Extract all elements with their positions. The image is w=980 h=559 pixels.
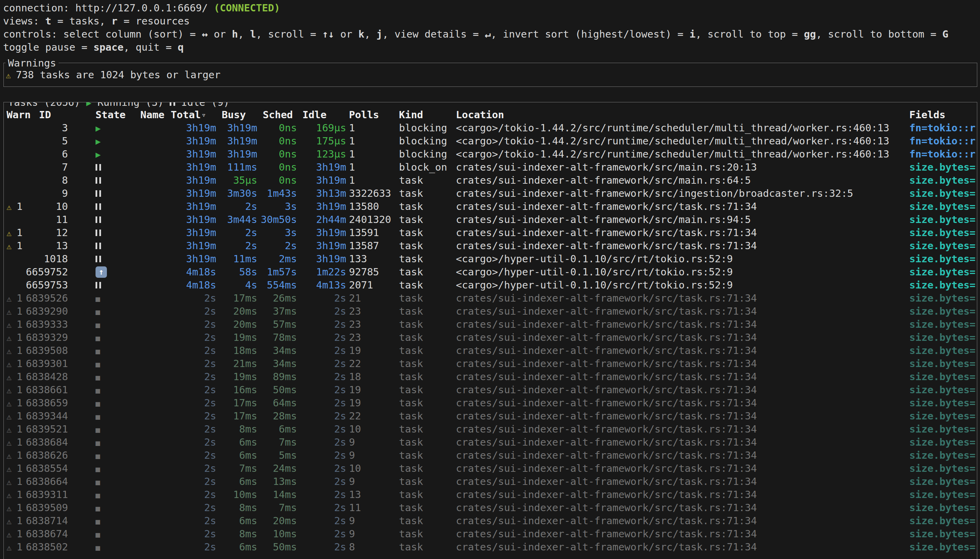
cell-fields: size.bytes= — [909, 344, 977, 357]
stopped-icon: ■ — [96, 452, 100, 460]
cell-state — [69, 252, 127, 265]
cell-id: 6839329 — [26, 331, 69, 344]
cell-id: 6659752 — [26, 265, 69, 278]
column-header-warn[interactable]: Warn — [6, 108, 26, 122]
column-header-idle[interactable]: Idle — [300, 108, 349, 122]
table-row[interactable]: 93h19m3m30s1m43s3h13m3322633taskcrates/s… — [6, 187, 977, 200]
cell-total: 4m18s — [168, 278, 219, 291]
table-row[interactable]: ⚠ 16838428■2s19ms89ms2s18taskcrates/sui-… — [6, 370, 977, 383]
table-row[interactable]: ⚠ 16839508■2s18ms34ms2s19taskcrates/sui-… — [6, 344, 977, 357]
table-row[interactable]: ⚠ 16839329■2s19ms78ms2s23taskcrates/sui-… — [6, 331, 977, 344]
table-row[interactable]: ⚠ 16838502■2s6ms50ms2s8taskcrates/sui-in… — [6, 541, 977, 554]
column-header-id[interactable]: ID — [26, 108, 69, 122]
cell-polls: 22 — [349, 357, 399, 370]
cell-warn: ⚠ 1 — [6, 383, 26, 396]
cell-kind: task — [399, 475, 456, 488]
cell-busy: 20ms — [219, 305, 260, 318]
cell-location: crates/sui-indexer-alt-framework/src/tas… — [456, 423, 909, 436]
table-row[interactable]: 3▶3h19m3h19m0ns169µs1blocking<cargo>/tok… — [6, 121, 977, 134]
cell-name — [127, 449, 168, 462]
column-header-location[interactable]: Location — [456, 108, 909, 122]
cell-warn: ⚠ 1 — [6, 475, 26, 488]
table-row[interactable]: ⚠ 16838626■2s6ms5ms2s9taskcrates/sui-ind… — [6, 449, 977, 462]
cell-fields: size.bytes= — [909, 160, 977, 174]
table-row[interactable]: ⚠ 16838659■2s17ms64ms2s19taskcrates/sui-… — [6, 396, 977, 409]
cell-polls: 8 — [349, 541, 399, 554]
cell-id: 6839521 — [26, 423, 69, 436]
table-row[interactable]: ⚠ 16839333■2s20ms57ms2s23taskcrates/sui-… — [6, 318, 977, 331]
cell-id: 6838674 — [26, 527, 69, 541]
cell-sched: 57ms — [260, 318, 300, 331]
cell-id: 6839344 — [26, 409, 69, 423]
table-row[interactable]: ⚠ 16839521■2s8ms6ms2s10taskcrates/sui-in… — [6, 423, 977, 436]
cell-state: ■ — [69, 436, 127, 449]
table-row[interactable]: ⚠ 16839344■2s17ms28ms2s22taskcrates/sui-… — [6, 409, 977, 423]
controls-line: controls: select column (sort) = ↔ or h,… — [3, 28, 980, 41]
column-header-fields[interactable]: Fields — [909, 108, 977, 122]
column-header-sched[interactable]: Sched — [260, 108, 300, 122]
cell-state — [69, 174, 127, 187]
column-header-busy[interactable]: Busy — [219, 108, 260, 122]
table-row[interactable]: ⚠ 16839301■2s21ms34ms2s22taskcrates/sui-… — [6, 357, 977, 370]
cell-total: 2s — [168, 357, 219, 370]
cell-busy: 17ms — [219, 409, 260, 423]
column-header-total[interactable]: Total▿ — [168, 108, 219, 122]
cell-idle: 2s — [300, 344, 349, 357]
cell-name — [127, 383, 168, 396]
table-row[interactable]: ⚠ 1133h19m2s2s3h19m13587taskcrates/sui-i… — [6, 239, 977, 252]
cell-id: 6838554 — [26, 462, 69, 475]
table-row[interactable]: ⚠ 16839526■2s17ms26ms2s21taskcrates/sui-… — [6, 291, 977, 305]
cell-kind: task — [399, 318, 456, 331]
cell-fields: size.bytes= — [909, 265, 977, 278]
column-header-name[interactable]: Name — [127, 108, 168, 122]
cell-warn — [6, 121, 26, 134]
cell-busy: 17ms — [219, 291, 260, 305]
column-header-kind[interactable]: Kind — [399, 108, 456, 122]
cell-warn: ⚠ 1 — [6, 409, 26, 423]
column-header-polls[interactable]: Polls — [349, 108, 399, 122]
text-segment: , — [238, 28, 250, 40]
table-row[interactable]: ⚠ 16838554■2s7ms24ms2s10taskcrates/sui-i… — [6, 462, 977, 475]
cell-state: ■ — [69, 501, 127, 514]
table-row[interactable]: ⚠ 16839509■2s8ms7ms2s11taskcrates/sui-in… — [6, 501, 977, 514]
cell-polls: 9 — [349, 449, 399, 462]
cell-sched: 64ms — [260, 396, 300, 409]
cell-warn: ⚠ 1 — [6, 541, 26, 554]
cell-state — [69, 200, 127, 213]
cell-warn: ⚠ 1 — [6, 501, 26, 514]
table-row[interactable]: ⚠ 16838674■2s8ms10ms2s9taskcrates/sui-in… — [6, 527, 977, 541]
cell-warn: ⚠ 1 — [6, 423, 26, 436]
column-header-state[interactable]: State — [69, 108, 127, 122]
cell-kind: task — [399, 291, 456, 305]
cell-id: 6838626 — [26, 449, 69, 462]
cell-idle: 2h44m — [300, 213, 349, 226]
table-row[interactable]: 6659752↑4m18s58s1m57s1m22s92785task<carg… — [6, 265, 977, 278]
table-row[interactable]: 66597534m18s4s554ms4m13s2071task<cargo>/… — [6, 278, 977, 291]
cell-warn — [6, 213, 26, 226]
cell-state: ▶ — [69, 134, 127, 147]
stopped-icon: ■ — [96, 321, 100, 329]
table-row[interactable]: 6▶3h19m3h19m0ns123µs1blocking<cargo>/tok… — [6, 147, 977, 160]
cell-state: ■ — [69, 449, 127, 462]
cell-name — [127, 331, 168, 344]
cell-state: ■ — [69, 318, 127, 331]
cell-polls: 2071 — [349, 278, 399, 291]
table-row[interactable]: ⚠ 16838661■2s16ms50ms2s19taskcrates/sui-… — [6, 383, 977, 396]
table-row[interactable]: ⚠ 16839311■2s10ms14ms2s13taskcrates/sui-… — [6, 488, 977, 501]
table-row[interactable]: ⚠ 16838664■2s6ms13ms2s9taskcrates/sui-in… — [6, 475, 977, 488]
cell-idle: 2s — [300, 409, 349, 423]
table-row[interactable]: 83h19m35µs0ns3h19m1taskcrates/sui-indexe… — [6, 174, 977, 187]
table-row[interactable]: 113h19m3m44s30m50s2h44m2401320taskcrates… — [6, 213, 977, 226]
table-row[interactable]: ⚠ 16839290■2s20ms37ms2s23taskcrates/sui-… — [6, 305, 977, 318]
table-row[interactable]: ⚠ 1123h19m2s3s3h19m13591taskcrates/sui-i… — [6, 226, 977, 239]
cell-total: 3h19m — [168, 213, 219, 226]
table-row[interactable]: ⚠ 1103h19m2s3s3h19m13580taskcrates/sui-i… — [6, 200, 977, 213]
table-row[interactable]: 10183h19m11ms2ms3h19m133task<cargo>/hype… — [6, 252, 977, 265]
table-row[interactable]: ⚠ 16838684■2s6ms7ms2s9taskcrates/sui-ind… — [6, 436, 977, 449]
table-row[interactable]: 5▶3h19m3h19m0ns175µs1blocking<cargo>/tok… — [6, 134, 977, 147]
cell-total: 2s — [168, 331, 219, 344]
cell-busy: 6ms — [219, 449, 260, 462]
table-row[interactable]: 73h19m111ms0ns3h19m1block_oncrates/sui-i… — [6, 160, 977, 174]
table-row[interactable]: ⚠ 16838714■2s6ms20ms2s9taskcrates/sui-in… — [6, 514, 977, 527]
text-segment: h — [232, 28, 238, 40]
